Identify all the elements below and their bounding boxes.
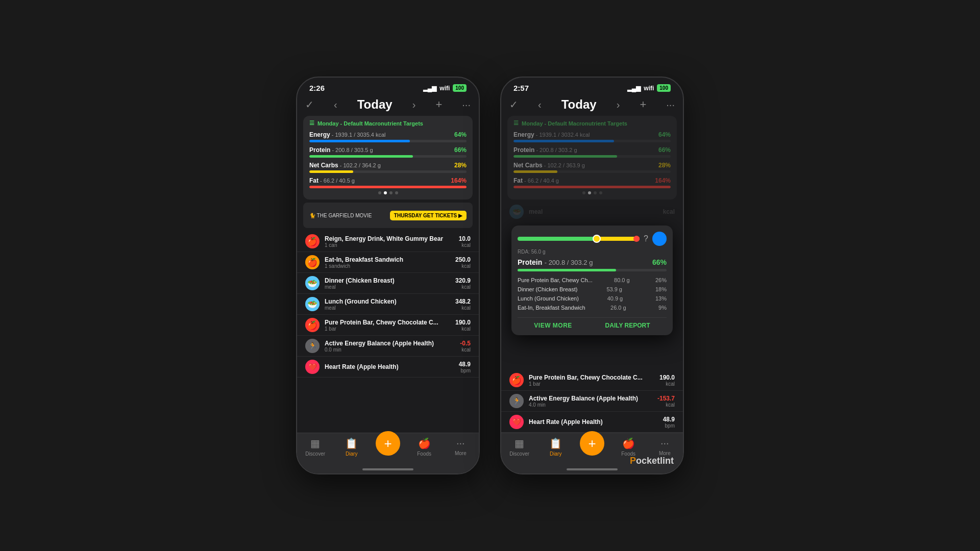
- tab-more-2[interactable]: ··· More: [649, 437, 680, 456]
- add-icon-1[interactable]: +: [435, 98, 442, 111]
- food-icon-7: ❤️: [305, 360, 320, 374]
- food-cal-val-2-1: 190.0: [659, 374, 675, 381]
- macro-val-fat-1: - 66.2 / 40.5 g: [318, 178, 355, 184]
- tab-discover-1[interactable]: ▦ Discover: [300, 437, 331, 457]
- macro-name-fat-1: Fat: [309, 177, 318, 184]
- food-sub-6: 0.0 min: [325, 347, 460, 353]
- macros-header-text-2: Monday - Default Macronutrient Targets: [522, 120, 627, 127]
- tab-foods-2[interactable]: 🍎 Foods: [613, 437, 644, 457]
- food-item-5[interactable]: 🍎 Pure Protein Bar, Chewy Chocolate C...…: [297, 315, 479, 336]
- check-icon-1[interactable]: ✓: [305, 98, 314, 111]
- next-icon-2[interactable]: ›: [617, 99, 620, 111]
- tab-add-btn-1[interactable]: +: [376, 431, 400, 456]
- popup-slider-track[interactable]: [518, 237, 640, 241]
- tab-add-btn-2[interactable]: +: [580, 431, 604, 456]
- dot-1: [378, 191, 381, 194]
- status-bar-1: 2:26 ▂▄▆ wifi 100: [297, 78, 479, 94]
- tab-diary-2[interactable]: 📋 Diary: [541, 437, 571, 457]
- more-icon-1[interactable]: ···: [462, 99, 471, 111]
- food-sub-5: 1 bar: [325, 326, 455, 332]
- view-more-button[interactable]: VIEW MORE: [534, 322, 572, 329]
- daily-report-button[interactable]: DAILY REPORT: [605, 322, 650, 329]
- popup-item-4[interactable]: Eat-In, Breakfast Sandwich 26.0 g 9%: [518, 303, 667, 312]
- food-cal-6: -0.5 kcal: [460, 340, 471, 353]
- tab-diary-1[interactable]: 📋 Diary: [336, 437, 367, 457]
- prev-icon-1[interactable]: ‹: [334, 99, 337, 111]
- food-item-2-3[interactable]: ❤️ Heart Rate (Apple Health) 48.9 bpm: [501, 412, 683, 433]
- food-icon-2-3: ❤️: [509, 415, 524, 429]
- dot-7: [594, 191, 597, 194]
- food-cal-val-2-3: 48.9: [663, 416, 675, 423]
- food-name-2-3: Heart Rate (Apple Health): [529, 418, 663, 425]
- food-item-1[interactable]: 🍎 Reign, Energy Drink, White Gummy Bear …: [297, 231, 479, 252]
- food-cal-2-1: 190.0 kcal: [659, 374, 675, 387]
- food-item-3[interactable]: 🥗 Dinner (Chicken Breast) meal 320.9 kca…: [297, 273, 479, 294]
- food-list-2-bg: 🥗 meal kcal: [501, 202, 683, 222]
- popup-progress-fill: [518, 269, 616, 271]
- macro-row-carbs-1: Net Carbs - 102.2 / 364.2 g 28%: [309, 160, 467, 173]
- food-cal-unit-1: kcal: [459, 242, 471, 248]
- food-cal-bg-1: kcal: [663, 208, 675, 215]
- macro-row-energy-1: Energy - 1939.1 / 3035.4 kcal 64%: [309, 130, 467, 142]
- tab-add-2[interactable]: +: [577, 437, 607, 456]
- popup-item-val-2: 53.9 g: [606, 286, 622, 292]
- time-2: 2:57: [513, 84, 529, 92]
- macros-section-2: ☰ Monday - Default Macronutrient Targets…: [507, 116, 677, 199]
- popup-item-2[interactable]: Dinner (Chicken Breast) 53.9 g 18%: [518, 285, 667, 294]
- popup-item-val-1: 80.0 g: [614, 277, 630, 283]
- status-right-1: ▂▄▆ wifi 100: [423, 84, 467, 92]
- check-icon-2[interactable]: ✓: [509, 98, 518, 111]
- wifi-icon-1: wifi: [439, 85, 450, 92]
- prev-icon-2[interactable]: ‹: [538, 99, 542, 111]
- ad-cta-1[interactable]: THURSDAY GET TICKETS ▶: [390, 211, 467, 220]
- header-bar-1: ✓ ‹ Today › + ···: [297, 94, 479, 116]
- popup-item-1[interactable]: Pure Protein Bar, Chewy Ch... 80.0 g 26%: [518, 276, 667, 285]
- watermark-text: ocketlint: [636, 456, 674, 466]
- next-icon-1[interactable]: ›: [412, 99, 416, 111]
- protein-popup[interactable]: ? RDA: 56.0 g Protein - 200.8 / 303.2 g …: [511, 226, 673, 335]
- macros-header-1: ☰ Monday - Default Macronutrient Targets: [309, 120, 467, 127]
- food-item-4[interactable]: 🥗 Lunch (Ground Chicken) meal 348.2 kcal: [297, 294, 479, 315]
- tab-more-1[interactable]: ··· More: [445, 437, 476, 456]
- food-info-1: Reign, Energy Drink, White Gummy Bear 1 …: [325, 235, 459, 248]
- food-icon-1: 🍎: [305, 234, 320, 248]
- popup-slider-fill: [518, 237, 640, 241]
- food-item-2-bg-1: 🥗 meal kcal: [501, 202, 683, 222]
- food-cal-unit-7: bpm: [459, 368, 471, 373]
- tab-bar-2: ▦ Discover 📋 Diary + 🍎 Foods ··· More: [501, 433, 683, 473]
- popup-item-pct-2: 18%: [651, 286, 667, 292]
- tab-discover-2[interactable]: ▦ Discover: [504, 437, 535, 457]
- food-cal-unit-3: kcal: [455, 284, 471, 290]
- more-icon-2[interactable]: ···: [666, 99, 675, 111]
- ad-banner-1[interactable]: 🐈 THE GARFIELD MOVIE THURSDAY GET TICKET…: [303, 203, 473, 228]
- food-item-7[interactable]: ❤️ Heart Rate (Apple Health) 48.9 bpm: [297, 357, 479, 378]
- tab-foods-1[interactable]: 🍎 Foods: [409, 437, 439, 457]
- food-cal-val-4: 348.2: [455, 298, 471, 305]
- food-item-2-1[interactable]: 🍎 Pure Protein Bar, Chewy Chocolate C...…: [501, 370, 683, 391]
- dot-5: [582, 191, 585, 194]
- phone-2: 2:57 ▂▄▆ wifi 100 ✓ ‹ Today › + ··· ☰ Mo…: [500, 77, 684, 474]
- popup-item-val-4: 26.0 g: [610, 305, 626, 311]
- popup-slider-thumb[interactable]: [593, 235, 601, 243]
- popup-help-icon[interactable]: ?: [644, 234, 648, 243]
- popup-item-pct-4: 9%: [651, 305, 667, 311]
- food-cal-2-3: 48.9 bpm: [663, 416, 675, 429]
- food-icon-2: 🍎: [305, 255, 320, 269]
- tab-discover-label-2: Discover: [509, 451, 529, 457]
- macro-row-fat-2: Fat - 66.2 / 40.4 g 164%: [513, 176, 671, 188]
- tab-add-1[interactable]: +: [373, 437, 403, 456]
- home-indicator-1: [362, 468, 413, 470]
- tab-bar-1: ▦ Discover 📋 Diary + 🍎 Foods ··· More: [297, 433, 479, 473]
- food-item-2[interactable]: 🍎 Eat-In, Breakfast Sandwich 1 sandwich …: [297, 252, 479, 273]
- popup-macro-pct: 66%: [652, 258, 667, 266]
- macro-row-protein-2: Protein - 200.8 / 303.2 g 66%: [513, 145, 671, 158]
- popup-item-3[interactable]: Lunch (Ground Chicken) 40.9 g 13%: [518, 294, 667, 303]
- food-name-2-2: Active Energy Balance (Apple Health): [529, 395, 657, 402]
- food-item-6[interactable]: 🏃 Active Energy Balance (Apple Health) 0…: [297, 336, 479, 357]
- popup-close-btn[interactable]: [652, 232, 667, 246]
- add-icon-2[interactable]: +: [640, 98, 646, 111]
- food-item-2-2[interactable]: 🏃 Active Energy Balance (Apple Health) 4…: [501, 391, 683, 412]
- food-info-7: Heart Rate (Apple Health): [325, 363, 459, 370]
- tab-foods-label-1: Foods: [417, 451, 431, 457]
- tab-more-icon-2: ···: [660, 437, 669, 449]
